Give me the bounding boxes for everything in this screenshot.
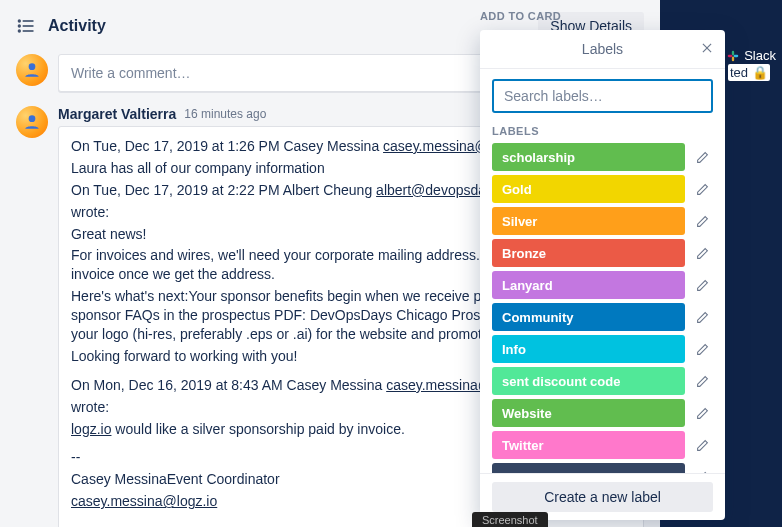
entry-author[interactable]: Margaret Valtierra [58, 106, 176, 122]
slack-icon [726, 49, 740, 63]
svg-rect-0 [728, 54, 733, 56]
labels-popover: Labels LABELS scholarshipGoldSilverBronz… [480, 30, 725, 520]
label-chip[interactable]: Twitter [492, 431, 685, 459]
pencil-icon[interactable] [691, 434, 713, 456]
svg-point-11 [29, 115, 36, 122]
label-chip[interactable]: Lanyard [492, 271, 685, 299]
svg-rect-2 [732, 50, 734, 55]
author-avatar[interactable] [16, 106, 48, 138]
pencil-icon[interactable] [691, 274, 713, 296]
svg-point-9 [19, 30, 21, 32]
label-row: Lanyard [492, 271, 713, 299]
current-user-avatar[interactable] [16, 54, 48, 86]
label-chip[interactable]: sent discount code [492, 367, 685, 395]
screenshot-chip: Screenshot [472, 512, 548, 527]
svg-point-10 [29, 63, 36, 70]
labels-list: scholarshipGoldSilverBronzeLanyardCommun… [492, 143, 713, 473]
entry-timestamp[interactable]: 16 minutes ago [184, 107, 266, 121]
slack-link[interactable]: Slack [726, 48, 776, 63]
label-chip[interactable]: Community [492, 303, 685, 331]
label-row: Twitter [492, 431, 713, 459]
labels-search-input[interactable] [492, 79, 713, 113]
label-row: Breakfast [492, 463, 713, 473]
email-link[interactable]: casey.messina@logz.io [71, 493, 217, 509]
svg-point-8 [19, 25, 21, 27]
label-chip[interactable]: Website [492, 399, 685, 427]
label-row: Gold [492, 175, 713, 203]
pencil-icon[interactable] [691, 338, 713, 360]
label-chip[interactable]: Silver [492, 207, 685, 235]
activity-list-icon [16, 16, 36, 36]
pencil-icon[interactable] [691, 242, 713, 264]
label-chip[interactable]: Gold [492, 175, 685, 203]
label-chip[interactable]: Bronze [492, 239, 685, 267]
svg-point-7 [19, 20, 21, 22]
pencil-icon[interactable] [691, 178, 713, 200]
pencil-icon[interactable] [691, 466, 713, 473]
attached-chip: ted 🔒 [728, 64, 770, 81]
label-row: Community [492, 303, 713, 331]
create-new-label-button[interactable]: Create a new label [492, 482, 713, 512]
pencil-icon[interactable] [691, 370, 713, 392]
lock-icon: 🔒 [752, 65, 768, 80]
label-chip[interactable]: Breakfast [492, 463, 685, 473]
pencil-icon[interactable] [691, 402, 713, 424]
url-link[interactable]: logz.io [71, 421, 111, 437]
label-row: sent discount code [492, 367, 713, 395]
pencil-icon[interactable] [691, 146, 713, 168]
label-row: Info [492, 335, 713, 363]
svg-rect-3 [732, 56, 734, 61]
label-chip[interactable]: scholarship [492, 143, 685, 171]
pencil-icon[interactable] [691, 306, 713, 328]
add-to-card-heading: ADD TO CARD [480, 10, 561, 22]
label-row: Website [492, 399, 713, 427]
popover-title: Labels [582, 41, 623, 57]
svg-rect-1 [734, 54, 739, 56]
label-chip[interactable]: Info [492, 335, 685, 363]
label-row: scholarship [492, 143, 713, 171]
label-row: Silver [492, 207, 713, 235]
label-row: Bronze [492, 239, 713, 267]
close-icon[interactable] [697, 38, 717, 58]
labels-section-heading: LABELS [492, 125, 713, 137]
activity-title: Activity [48, 17, 106, 35]
slack-label: Slack [744, 48, 776, 63]
pencil-icon[interactable] [691, 210, 713, 232]
